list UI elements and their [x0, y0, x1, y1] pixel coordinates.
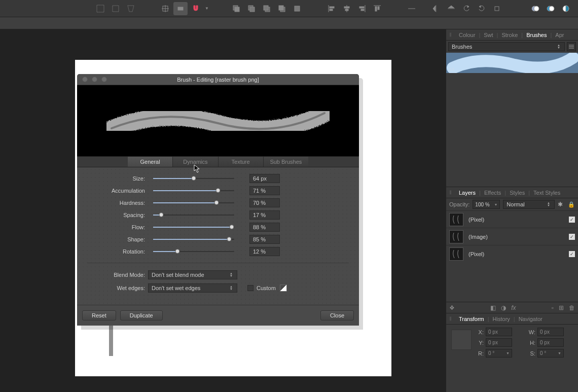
- r-input[interactable]: 0 °▼: [486, 349, 512, 358]
- tab-layers[interactable]: Layers: [455, 189, 479, 197]
- tab-navigator[interactable]: Navigator: [515, 315, 546, 323]
- slider-track-4[interactable]: [153, 227, 234, 228]
- distribute-h-icon[interactable]: [405, 2, 419, 15]
- layers-stack-icon[interactable]: ❖: [449, 304, 455, 311]
- window-zoom-dot[interactable]: [101, 77, 107, 82]
- dialog-title: Brush - Editing [raster brush png]: [77, 77, 359, 83]
- align-top-icon[interactable]: [370, 2, 384, 15]
- slider-value-6[interactable]: 12 %: [249, 247, 280, 256]
- window-close-dot[interactable]: [82, 77, 88, 82]
- align-left-icon[interactable]: [324, 2, 339, 15]
- snap-dropdown-caret[interactable]: ▼: [205, 6, 209, 11]
- layer-blend-select[interactable]: Normal▲▼: [503, 200, 555, 209]
- tab-dynamics[interactable]: Dynamics: [173, 157, 218, 167]
- tab-appearance[interactable]: Apr: [552, 31, 567, 39]
- tab-effects[interactable]: Effects: [481, 189, 504, 197]
- h-input[interactable]: 0 px: [537, 338, 564, 347]
- slider-value-2[interactable]: 70 %: [249, 198, 280, 207]
- slider-track-2[interactable]: [153, 202, 234, 203]
- snap-box-icon[interactable]: [173, 2, 188, 15]
- close-button[interactable]: Close: [320, 310, 354, 320]
- wet-edges-dropdown[interactable]: Don't set wet edges ▲▼: [148, 283, 237, 293]
- tab-brushes[interactable]: Brushes: [523, 31, 550, 39]
- flip-v-icon[interactable]: [444, 2, 458, 15]
- panel-grip-icon[interactable]: ⦀: [449, 189, 454, 196]
- svg-rect-13: [279, 6, 283, 10]
- lasso-icon[interactable]: [124, 2, 138, 15]
- layer-row[interactable]: (Pixel) ✓: [446, 245, 578, 262]
- pixel-grid-icon[interactable]: [158, 2, 172, 15]
- mask-icon[interactable]: ◧: [490, 304, 496, 311]
- adjustment-icon[interactable]: ◑: [501, 304, 506, 311]
- tab-swatches[interactable]: Swt: [480, 31, 496, 39]
- window-minimize-dot[interactable]: [92, 77, 97, 82]
- opacity-input[interactable]: 100 %▼: [473, 200, 500, 209]
- grid-select-icon[interactable]: [93, 2, 107, 15]
- rotate-cw-icon[interactable]: [475, 2, 489, 15]
- tab-stroke[interactable]: Stroke: [498, 31, 521, 39]
- dialog-titlebar[interactable]: Brush - Editing [raster brush png]: [77, 74, 359, 85]
- slider-value-4[interactable]: 88 %: [249, 223, 280, 232]
- tab-texture[interactable]: Texture: [219, 157, 264, 167]
- flip-h-icon[interactable]: [429, 2, 443, 15]
- slider-track-6[interactable]: [153, 251, 234, 252]
- custom-ramp-icon[interactable]: [280, 284, 287, 292]
- grid-icon[interactable]: ⊞: [559, 304, 564, 311]
- rotate-3-icon[interactable]: [490, 2, 504, 15]
- layer-row[interactable]: (Image) ✓: [446, 228, 578, 245]
- slider-track-0[interactable]: [153, 178, 234, 179]
- duplicate-button[interactable]: Duplicate: [120, 310, 163, 320]
- tab-history[interactable]: History: [489, 315, 514, 323]
- fx-icon[interactable]: fx: [511, 304, 516, 311]
- tab-colour[interactable]: Colour: [455, 31, 479, 39]
- slider-track-5[interactable]: [153, 239, 234, 240]
- custom-checkbox[interactable]: [247, 285, 254, 291]
- reset-button[interactable]: Reset: [82, 310, 116, 320]
- rect-select-icon[interactable]: [109, 2, 123, 15]
- brush-preview: [77, 85, 359, 156]
- arrange-back-icon[interactable]: [229, 2, 243, 15]
- anchor-widget[interactable]: [451, 330, 472, 350]
- arrange-5-icon[interactable]: [290, 2, 304, 15]
- layer-visible-checkbox[interactable]: ✓: [569, 251, 575, 257]
- brush-panel-menu-icon[interactable]: [567, 42, 576, 51]
- tab-text-styles[interactable]: Text Styles: [530, 189, 564, 197]
- blend-mode-dropdown[interactable]: Don't set blend mode ▲▼: [148, 270, 237, 279]
- arrange-forward-icon[interactable]: [260, 2, 274, 15]
- boolean-intersect-icon[interactable]: [559, 2, 573, 15]
- tab-transform[interactable]: Transform: [455, 315, 488, 323]
- add-layer-icon[interactable]: ▫: [552, 304, 554, 311]
- lock-icon[interactable]: 🔒: [568, 201, 575, 208]
- arrange-backward-icon[interactable]: [244, 2, 259, 15]
- brush-category-select[interactable]: Brushes ▲▼: [448, 42, 565, 51]
- slider-label-4: Flow:: [87, 224, 148, 230]
- align-right-icon[interactable]: [355, 2, 369, 15]
- tab-general[interactable]: General: [128, 157, 173, 167]
- slider-value-0[interactable]: 64 px: [249, 174, 280, 183]
- slider-value-3[interactable]: 17 %: [249, 210, 280, 220]
- boolean-subtract-icon[interactable]: [544, 2, 558, 15]
- rotate-ccw-icon[interactable]: [459, 2, 474, 15]
- slider-value-5[interactable]: 85 %: [249, 235, 280, 244]
- slider-track-3[interactable]: [153, 215, 234, 216]
- arrange-front-icon[interactable]: [275, 2, 289, 15]
- layer-row[interactable]: (Pixel) ✓: [446, 210, 578, 228]
- brush-thumbnail[interactable]: 64: [446, 53, 578, 73]
- trash-icon[interactable]: 🗑: [569, 304, 575, 311]
- s-input[interactable]: 0 °▼: [537, 349, 564, 358]
- layer-visible-checkbox[interactable]: ✓: [569, 234, 575, 240]
- y-input[interactable]: 0 px: [486, 338, 512, 347]
- align-center-icon[interactable]: [340, 2, 354, 15]
- panel-grip-icon[interactable]: ⦀: [449, 315, 454, 322]
- layer-visible-checkbox[interactable]: ✓: [569, 217, 575, 223]
- w-input[interactable]: 0 px: [537, 328, 564, 336]
- slider-value-1[interactable]: 71 %: [249, 186, 280, 195]
- magnet-icon[interactable]: [189, 2, 203, 15]
- slider-track-1[interactable]: [153, 190, 234, 191]
- gear-icon[interactable]: ✱: [558, 201, 565, 208]
- x-input[interactable]: 0 px: [486, 328, 512, 336]
- boolean-add-icon[interactable]: [528, 2, 543, 15]
- tab-styles[interactable]: Styles: [506, 189, 528, 197]
- tab-sub-brushes[interactable]: Sub Brushes: [264, 157, 308, 167]
- panel-grip-icon[interactable]: ⦀: [449, 31, 454, 38]
